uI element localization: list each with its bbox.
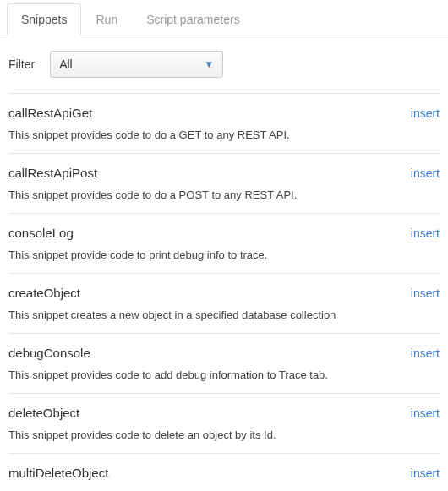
tab-snippets[interactable]: Snippets <box>7 3 81 35</box>
snippet-header: callRestApiGetinsert <box>8 106 440 120</box>
snippet-list: callRestApiGetinsertThis snippet provide… <box>0 93 448 491</box>
insert-link[interactable]: insert <box>411 226 440 240</box>
snippet-name: debugConsole <box>8 346 90 360</box>
filter-select-value: All <box>59 57 204 71</box>
snippet-item: multiDeleteObjectinsert <box>8 453 440 491</box>
snippet-item: deleteObjectinsertThis snippet provides … <box>8 393 440 453</box>
insert-link[interactable]: insert <box>411 166 440 180</box>
tab-script-parameters[interactable]: Script parameters <box>132 3 254 35</box>
snippet-header: debugConsoleinsert <box>8 346 440 360</box>
snippet-description: This snippet provides code to do a POST … <box>8 188 440 201</box>
snippet-item: createObjectinsertThis snippet creates a… <box>8 273 440 333</box>
tab-run[interactable]: Run <box>81 3 132 35</box>
snippet-name: callRestApiPost <box>8 166 97 180</box>
filter-row: Filter All ▼ <box>0 35 448 93</box>
snippet-header: consoleLoginsert <box>8 226 440 240</box>
insert-link[interactable]: insert <box>411 406 440 420</box>
snippet-description: This snippet provide code to print debug… <box>8 248 440 261</box>
snippet-name: callRestApiGet <box>8 106 92 120</box>
snippet-header: createObjectinsert <box>8 286 440 300</box>
filter-label: Filter <box>8 57 35 71</box>
snippet-description: This snippet provides code to delete an … <box>8 428 440 441</box>
snippet-item: callRestApiPostinsertThis snippet provid… <box>8 153 440 213</box>
snippet-item: callRestApiGetinsertThis snippet provide… <box>8 93 440 153</box>
snippet-header: callRestApiPostinsert <box>8 166 440 180</box>
insert-link[interactable]: insert <box>411 106 440 120</box>
chevron-down-icon: ▼ <box>204 58 214 70</box>
snippet-name: consoleLog <box>8 226 74 240</box>
insert-link[interactable]: insert <box>411 286 440 300</box>
snippet-description: This snippet provides code to add debug … <box>8 368 440 381</box>
snippet-header: deleteObjectinsert <box>8 406 440 420</box>
snippet-item: debugConsoleinsertThis snippet provides … <box>8 333 440 393</box>
tab-bar: Snippets Run Script parameters <box>0 0 448 35</box>
snippet-name: deleteObject <box>8 406 79 420</box>
snippet-name: createObject <box>8 286 80 300</box>
snippet-item: consoleLoginsertThis snippet provide cod… <box>8 213 440 273</box>
insert-link[interactable]: insert <box>411 346 440 360</box>
snippet-name: multiDeleteObject <box>8 466 108 480</box>
snippet-description: This snippet provides code to do a GET t… <box>8 128 440 141</box>
snippet-description: This snippet creates a new object in a s… <box>8 308 440 321</box>
snippet-header: multiDeleteObjectinsert <box>8 466 440 480</box>
filter-select[interactable]: All ▼ <box>50 51 223 78</box>
insert-link[interactable]: insert <box>411 466 440 480</box>
